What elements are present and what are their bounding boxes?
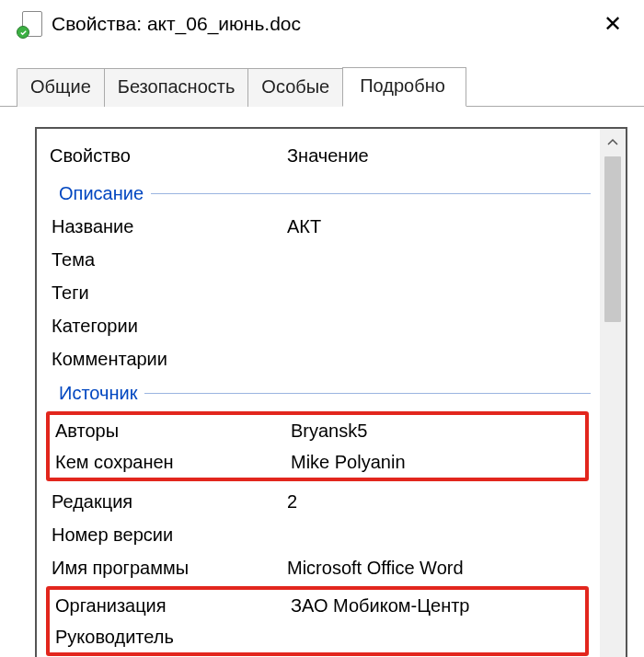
tab-custom[interactable]: Особые: [247, 68, 343, 107]
row-version[interactable]: Номер версии: [50, 518, 596, 551]
row-comments[interactable]: Комментарии: [50, 342, 596, 375]
tab-security[interactable]: Безопасность: [104, 68, 249, 107]
column-headers: Свойство Значение: [50, 138, 596, 176]
row-manager[interactable]: Руководитель: [53, 621, 585, 652]
row-title[interactable]: Название АКТ: [50, 210, 596, 243]
tab-strip: Общие Безопасность Особые Подробно: [0, 52, 644, 107]
group-description: Описание: [50, 176, 596, 210]
property-list[interactable]: Свойство Значение Описание Название АКТ …: [37, 129, 600, 657]
window-title: Свойства: акт_06_июнь.doc: [52, 13, 594, 35]
row-tags[interactable]: Теги: [50, 276, 596, 309]
close-button[interactable]: ✕: [594, 9, 631, 39]
properties-dialog: Свойства: акт_06_июнь.doc ✕ Общие Безопа…: [0, 0, 644, 657]
group-source: Источник: [50, 375, 596, 409]
highlight-authors: Авторы Bryansk5 Кем сохранен Mike Polyan…: [46, 411, 589, 481]
tab-general[interactable]: Общие: [17, 68, 105, 107]
document-file-icon: [20, 11, 42, 37]
titlebar: Свойства: акт_06_июнь.doc ✕: [0, 0, 644, 52]
header-property: Свойство: [50, 145, 287, 167]
row-program[interactable]: Имя программы Microsoft Office Word: [50, 551, 596, 584]
vertical-scrollbar[interactable]: [600, 129, 626, 657]
tab-details[interactable]: Подробно: [342, 67, 466, 107]
scroll-thumb[interactable]: [604, 156, 621, 322]
sync-check-icon: [17, 26, 29, 39]
details-panel: Свойство Значение Описание Название АКТ …: [0, 107, 644, 657]
row-company[interactable]: Организация ЗАО Мобиком-Центр: [53, 590, 585, 621]
header-value: Значение: [287, 145, 369, 167]
row-authors[interactable]: Авторы Bryansk5: [53, 415, 585, 446]
scroll-up-icon[interactable]: [600, 129, 626, 155]
row-categories[interactable]: Категории: [50, 309, 596, 342]
highlight-company: Организация ЗАО Мобиком-Центр Руководите…: [46, 586, 589, 656]
row-revision[interactable]: Редакция 2: [50, 485, 596, 518]
row-saved-by[interactable]: Кем сохранен Mike Polyanin: [53, 446, 585, 478]
row-subject[interactable]: Тема: [50, 243, 596, 276]
